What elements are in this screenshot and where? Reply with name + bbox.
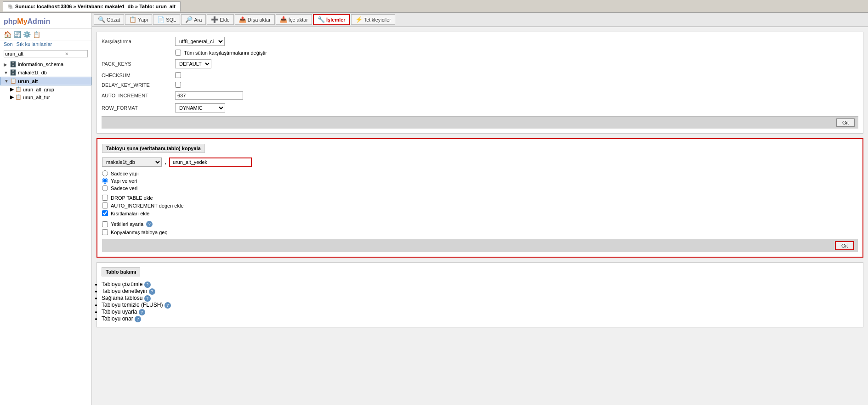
table-item-urun-alt[interactable]: ▼ 📋 urun_alt	[0, 77, 91, 85]
yapi-icon: 📋	[129, 16, 136, 23]
nav-label-gozat: Gözat	[107, 17, 120, 22]
karsilastirma-select[interactable]: utf8_general_ci utf8_bin utf8_unicode_ci	[175, 37, 225, 46]
nav-btn-tetikleyiciler[interactable]: ⚡ Tetikleyiciler	[351, 14, 395, 25]
table-item-urun-alt-grup[interactable]: ▶ 📋 urun_alt_grup	[0, 85, 91, 93]
search-box: ✕	[4, 50, 88, 57]
copy-section-title: Tabloyu şuna (veritabanı.tablo) kopyala	[102, 144, 205, 153]
radio-label-yapi-ve-veri: Yapı ve veri	[111, 178, 137, 184]
content-area: 🔍 Gözat 📋 Yapı 📄 SQL 🔎 Ara ➕ Ekle 📤 D	[92, 13, 868, 405]
help-icon-temizle[interactable]: ?	[165, 302, 171, 309]
radio-sadece-yapi: Sadece yapı	[102, 170, 858, 176]
help-icon-yetkileri[interactable]: ?	[146, 221, 153, 227]
link-uyarla[interactable]: Tabloyu uyarla	[102, 309, 137, 315]
radio-input-yapi-ve-veri[interactable]	[102, 178, 108, 184]
table-item-urun-alt-tur[interactable]: ▶ 📋 urun_alt_tur	[0, 93, 91, 101]
nav-label-sql: SQL	[166, 17, 176, 22]
db-icon: 🗄️	[10, 69, 17, 76]
row-format-select[interactable]: DYNAMIC COMPACT REDUNDANT COMPRESSED	[175, 103, 225, 112]
auto-increment-input[interactable]	[175, 91, 243, 100]
nav-label-islemler: İşlemler	[326, 17, 346, 22]
help-icon-onar[interactable]: ?	[135, 316, 141, 322]
toggle-icon: ▶	[10, 94, 14, 100]
checksum-row: CHECKSUM	[102, 72, 858, 78]
checksum-checkbox[interactable]	[175, 72, 181, 78]
tum-sutun-checkbox[interactable]	[175, 50, 181, 56]
nav-btn-gozat[interactable]: 🔍 Gözat	[94, 14, 124, 25]
copy-db-row: makale1t_db information_schema .	[102, 158, 858, 167]
nav-btn-ekle[interactable]: ➕ Ekle	[207, 14, 233, 25]
sidebar-recent-link[interactable]: Son	[4, 41, 13, 47]
table-icon: 📋	[10, 78, 17, 84]
browser-tab-active[interactable]: 🐘 Sunucu: localhost:3306 » Veritabanı: m…	[3, 1, 181, 11]
nav-btn-disaaktar[interactable]: 📤 Dışa aktar	[235, 14, 275, 25]
nav-label-disaaktar: Dışa aktar	[248, 17, 271, 22]
gear-icon[interactable]: ⚙️	[23, 31, 31, 38]
checksum-label: CHECKSUM	[102, 73, 175, 78]
chk-label-yetkileri: Yetkileri ayarla	[111, 221, 143, 227]
toggle-icon: ▼	[4, 70, 8, 75]
nav-btn-islemler[interactable]: 🔧 İşlemler	[313, 14, 350, 25]
chk-input-auto-inc[interactable]	[102, 202, 108, 208]
nav-btn-yapi[interactable]: 📋 Yapı	[125, 14, 152, 25]
sql-icon: 📄	[157, 16, 165, 23]
radio-sadece-veri: Sadece veri	[102, 185, 858, 191]
chk-input-kopyalanmis[interactable]	[102, 229, 108, 235]
db-name-makale1t-db: makale1t_db	[18, 70, 47, 75]
top-nav: 🔍 Gözat 📋 Yapı 📄 SQL 🔎 Ara ➕ Ekle 📤 D	[92, 13, 868, 27]
sidebar-favorites-link[interactable]: Sık kullanılanlar	[17, 41, 52, 47]
git-row-1: Git	[102, 116, 858, 129]
link-onar[interactable]: Tabloyu onar	[102, 315, 133, 322]
list-item-temizle: Tabloyu temizle (FLUSH) ?	[102, 302, 858, 309]
link-saglama[interactable]: Sağlama tablosu	[102, 295, 142, 301]
nav-label-iceaktar: İçe aktar	[289, 17, 308, 22]
link-temizle[interactable]: Tabloyu temizle (FLUSH)	[102, 302, 163, 308]
chk-input-yetkileri[interactable]	[102, 221, 108, 227]
git-button-1[interactable]: Git	[836, 118, 855, 127]
radio-label-sadece-veri: Sadece veri	[111, 186, 137, 191]
logo-admin: Admin	[28, 17, 51, 25]
refresh-icon[interactable]: 🔄	[13, 31, 21, 38]
list-item-onar: Tabloyu onar ?	[102, 315, 858, 322]
table-name-urun-alt: urun_alt	[18, 79, 38, 84]
db-item-makale1t-db[interactable]: ▼ 🗄️ makale1t_db	[0, 68, 91, 77]
radio-yapi-ve-veri: Yapı ve veri	[102, 178, 858, 184]
karsilastirma-row: Karşılaştırma utf8_general_ci utf8_bin u…	[102, 37, 858, 46]
delay-key-write-checkbox[interactable]	[175, 82, 181, 88]
pack-keys-row: PACK_KEYS DEFAULT 0 1	[102, 59, 858, 68]
clear-search-btn[interactable]: ✕	[65, 51, 68, 56]
db-icon: 🗄️	[10, 61, 17, 68]
help-icon-uyarla[interactable]: ?	[139, 309, 145, 315]
chk-input-kisitlamalar[interactable]	[102, 210, 108, 216]
link-cozumle[interactable]: Tabloyu çözümle	[102, 281, 142, 287]
pack-keys-label: PACK_KEYS	[102, 61, 175, 67]
auto-increment-row: AUTO_INCREMENT	[102, 91, 858, 100]
help-icon-saglama[interactable]: ?	[144, 295, 151, 302]
nav-btn-sql[interactable]: 📄 SQL	[153, 14, 180, 25]
pma-logo: phpMyAdmin	[4, 17, 88, 26]
table-name-urun-alt-grup: urun_alt_grup	[23, 87, 54, 92]
nav-label-tetikleyiciler: Tetikleyiciler	[364, 17, 391, 22]
git-button-2[interactable]: Git	[835, 241, 854, 250]
chk-label-drop-table: DROP TABLE ekle	[111, 195, 153, 201]
toggle-icon: ▼	[4, 79, 9, 84]
search-input[interactable]	[5, 51, 65, 56]
radio-input-sadece-yapi[interactable]	[102, 170, 108, 176]
chk-input-drop-table[interactable]	[102, 195, 108, 201]
db-item-information-schema[interactable]: ▶ 🗄️ information_schema	[0, 60, 91, 68]
home-icon[interactable]: 🏠	[4, 31, 11, 38]
nav-btn-ara[interactable]: 🔎 Ara	[181, 14, 206, 25]
radio-input-sadece-veri[interactable]	[102, 185, 108, 191]
main-layout: phpMyAdmin 🏠 🔄 ⚙️ 📋 Son Sık kullanılanla…	[0, 13, 868, 405]
help-icon-denetleyin[interactable]: ?	[149, 288, 155, 295]
delay-key-write-row: DELAY_KEY_WRITE	[102, 82, 858, 88]
help-icon-cozumle[interactable]: ?	[144, 281, 151, 288]
logo-php: php	[4, 17, 17, 25]
list-icon[interactable]: 📋	[33, 31, 40, 38]
toggle-icon: ▶	[4, 62, 8, 67]
pack-keys-select[interactable]: DEFAULT 0 1	[175, 59, 211, 68]
ekle-icon: ➕	[211, 16, 218, 23]
copy-db-select[interactable]: makale1t_db information_schema	[102, 158, 162, 167]
copy-table-name-input[interactable]	[169, 158, 252, 167]
nav-btn-iceaktar[interactable]: 📥 İçe aktar	[276, 14, 312, 25]
link-denetleyin[interactable]: Tabloyu denetleyin	[102, 288, 147, 294]
